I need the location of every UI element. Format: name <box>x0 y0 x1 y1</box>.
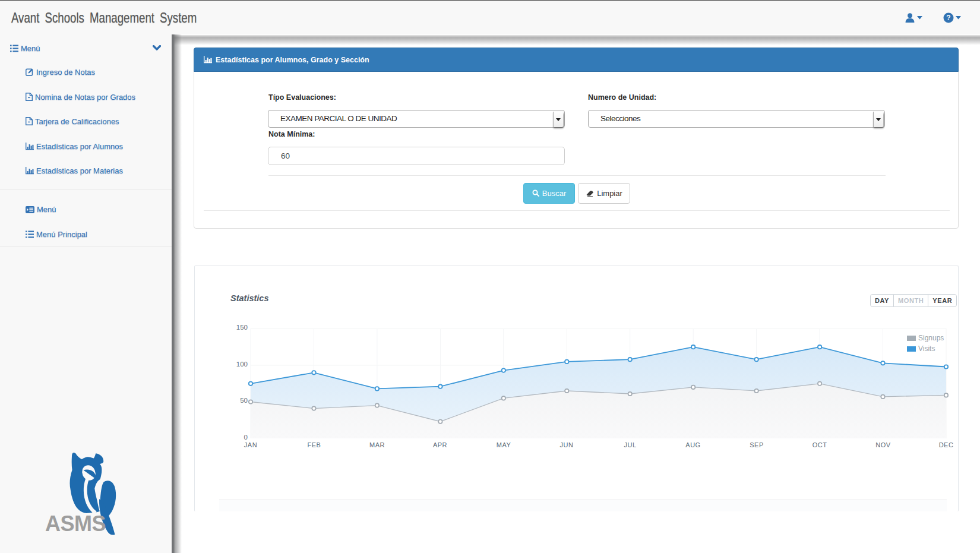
svg-text:?: ? <box>946 14 950 22</box>
svg-text:ASMS: ASMS <box>45 511 106 536</box>
